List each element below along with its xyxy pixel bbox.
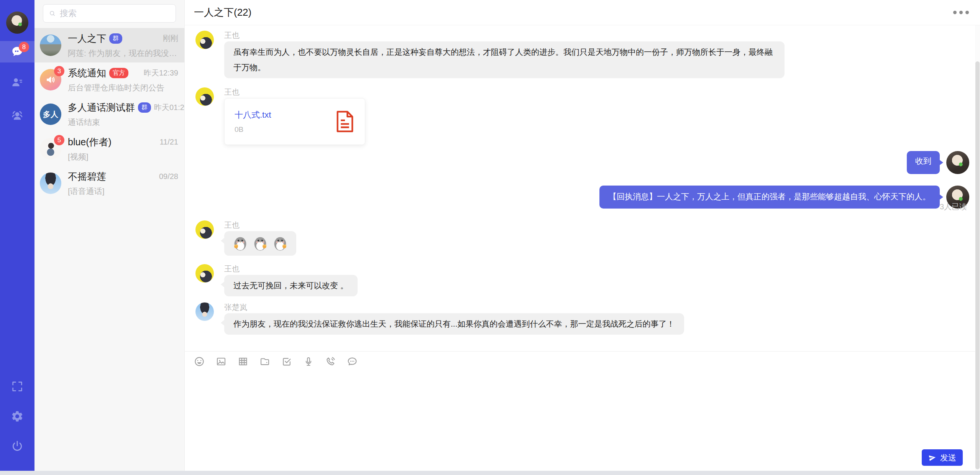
message-row: 王也 十八式.txt 0B [195,87,969,145]
penguin-sticker [272,235,289,252]
group-badge: 群 [109,33,122,44]
penguin-sticker [252,235,269,252]
sidebar-bottom [11,380,24,453]
vertical-scrollbar-thumb[interactable] [975,61,980,469]
phone-call-icon[interactable] [325,356,336,367]
message-bubble[interactable]: 作为朋友，现在的我没法保证救你逃出生天，我能保证的只有...如果你真的会遭遇到什… [224,313,684,335]
message-bubble[interactable]: 虽有幸生而为人，也不要以万物灵长自居，正是这种妄自尊大的想法，才阻碍了人类的进步… [224,41,785,78]
conversation-avatar: 3 [40,69,61,90]
conversation-preview: 通话结束 [68,117,178,128]
group-badge: 群 [138,102,151,113]
conversation-list: 一人之下 群 刚刚 阿莲: 作为朋友，现在的我没法... 3 [34,0,185,475]
conversation-item[interactable]: 一人之下 群 刚刚 阿莲: 作为朋友，现在的我没法... [34,28,184,62]
message-input-area[interactable]: 发送 [185,371,980,475]
conversation-name: 系统通知 [68,67,106,79]
contacts-icon [11,76,24,89]
conversation-item[interactable]: 不摇碧莲 09/28 [语音通话] [34,166,184,201]
sender-name: 王也 [224,264,358,273]
search-area [34,0,184,28]
conversation-item[interactable]: 3 系统通知 官方 昨天12:39 后台管理仓库临时关闭公告 [34,62,184,97]
search-input[interactable] [60,8,170,18]
document-icon [335,110,355,133]
sender-name: 张楚岚 [224,302,684,312]
composer-toolbar [185,351,980,371]
more-options-icon[interactable] [952,8,970,16]
send-button-label: 发送 [940,452,956,463]
file-name[interactable]: 十八式.txt [235,109,335,121]
unread-total-badge: 8 [19,42,29,52]
message-row: 收到 [195,151,969,174]
check-square-icon[interactable] [281,356,292,367]
avatar[interactable] [195,264,214,283]
official-badge: 官方 [109,68,128,78]
penguin-sticker [232,235,249,252]
grid-collage-icon[interactable] [237,356,249,367]
conversation-name: blue(作者) [68,136,112,148]
avatar[interactable] [946,151,969,174]
message-bubble[interactable]: 【回执消息】一人之下，万人之上，但真正的强者，是那些能够超越自我、心怀天下的人。 [599,186,940,209]
conversation-name: 一人之下 [68,32,106,45]
message-row: 王也 过去无可挽回，未来可以改变 。 [195,264,969,296]
conversation-avatar [40,35,61,56]
microphone-icon[interactable] [303,356,314,367]
conversation-item[interactable]: 5 blue(作者) 11/21 [视频] [34,131,184,166]
avatar[interactable] [195,87,214,106]
group-contacts-icon [11,109,24,122]
conversation-name: 不摇碧莲 [68,170,106,183]
message-bubble[interactable]: 收到 [907,151,940,174]
speaker-icon [45,74,56,85]
chat-app-window: 8 [0,0,980,475]
chat-title: 一人之下(22) [194,6,251,19]
folder-icon[interactable] [259,356,271,367]
message-list: 王也 虽有幸生而为人，也不要以万物灵长自居，正是这种妄自尊大的想法，才阻碍了人类… [185,25,980,351]
send-plane-icon [928,453,937,462]
sidebar-item-contacts[interactable] [0,72,34,93]
avatar[interactable] [195,302,214,321]
sticker-bubble[interactable] [224,231,296,256]
conversation-item[interactable]: 多人 多人通话测试群 群 昨天01:29 通话结束 [34,97,184,131]
image-icon[interactable] [215,356,227,367]
avatar[interactable] [195,31,214,49]
conversation-avatar: 5 [40,138,61,159]
sender-name: 王也 [224,220,296,230]
search-box[interactable] [43,4,176,23]
sender-name: 王也 [224,87,365,97]
avatar-text: 多人 [43,109,58,120]
horizontal-scrollbar[interactable] [0,471,980,475]
fullscreen-icon[interactable] [11,380,24,393]
message-row: 王也 虽有幸生而为人，也不要以万物灵长自居，正是这种妄自尊大的想法，才阻碍了人类… [195,31,969,78]
emoji-icon[interactable] [194,356,205,367]
settings-gear-icon[interactable] [11,410,24,423]
message-row: 王也 [195,220,969,256]
message-row: 张楚岚 作为朋友，现在的我没法保证救你逃出生天，我能保证的只有...如果你真的会… [195,302,969,335]
conversation-time: 09/28 [156,172,178,181]
conversation-avatar: 多人 [40,104,61,125]
chat-history-icon[interactable] [346,356,358,367]
unread-badge: 3 [54,66,64,76]
conversation-preview: 后台管理仓库临时关闭公告 [68,82,178,93]
sidebar-item-chats[interactable]: 8 [0,41,34,62]
conversation-time: 11/21 [156,138,178,146]
conversation-preview: [视频] [68,151,178,162]
send-button[interactable]: 发送 [922,449,963,466]
vertical-scrollbar[interactable] [975,25,980,471]
message-bubble[interactable]: 过去无可挽回，未来可以改变 。 [224,275,358,296]
conversation-time: 刚刚 [160,33,178,44]
chat-header: 一人之下(22) [185,0,980,25]
power-icon[interactable] [11,440,24,453]
conversation-time: 昨天01:29 [151,102,189,113]
sidebar: 8 [0,0,34,475]
avatar[interactable] [195,220,214,239]
conversation-avatar [40,173,61,194]
file-message-card[interactable]: 十八式.txt 0B [224,98,365,145]
unread-badge: 5 [54,135,64,145]
chat-pane: 一人之下(22) 王也 虽有幸生而为人，也不要以万物灵长自居，正是这种妄自尊大的… [185,0,980,475]
conversation-preview: 阿莲: 作为朋友，现在的我没法... [68,48,178,59]
sender-name: 王也 [224,31,785,40]
sidebar-item-groups[interactable] [0,105,34,126]
conversation-time: 昨天12:39 [141,68,178,78]
file-size: 0B [235,125,335,134]
user-avatar[interactable] [6,12,28,34]
search-icon [49,9,56,18]
conversation-preview: [语音通话] [68,186,178,197]
